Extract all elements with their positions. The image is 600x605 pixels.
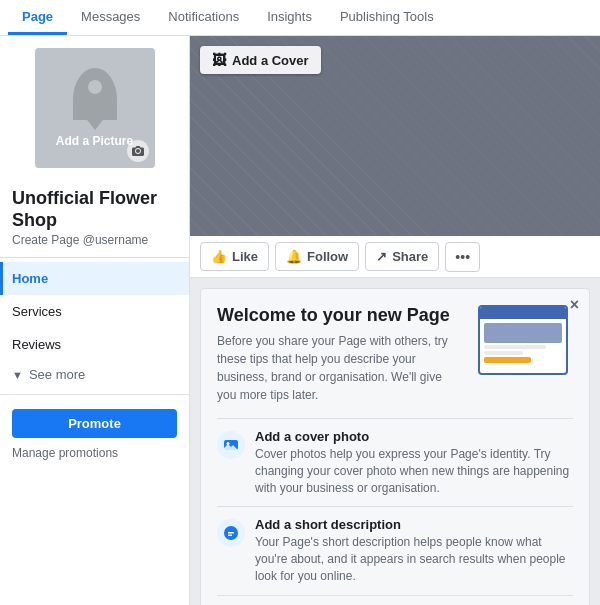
mini-browser-content [480,319,566,367]
welcome-inner: Welcome to your new Page Before you shar… [217,305,573,418]
checklist-item-desc-text: Add a short description Your Page's shor… [255,517,573,584]
thumbs-up-icon: 👍 [211,249,227,264]
main-content: 🖼 Add a Cover 👍 Like 🔔 Follow ↗ Share ••… [190,36,600,605]
follow-button[interactable]: 🔔 Follow [275,242,359,271]
mini-browser-line-2 [484,351,523,355]
description-icon [217,519,245,547]
sidebar-item-services[interactable]: Services [0,295,189,328]
checklist-item-cover-desc: Cover photos help you express your Page'… [255,446,573,496]
mini-browser-line-1 [484,345,546,349]
tab-notifications[interactable]: Notifications [154,1,253,35]
mini-browser-cover [484,323,562,343]
sidebar-divider-2 [0,394,189,395]
page-username[interactable]: Create Page @username [0,233,189,257]
checklist-item-username: @ Create a username for your Page When y… [217,595,573,605]
sidebar: Add a Picture Unofficial Flower Shop Cre… [0,36,190,605]
welcome-panel: × Welcome to your new Page Before you sh… [200,288,590,605]
like-label: Like [232,249,258,264]
sidebar-item-reviews[interactable]: Reviews [0,328,189,361]
sidebar-item-home[interactable]: Home [0,262,189,295]
profile-pic-box[interactable]: Add a Picture [35,48,155,168]
see-more-item[interactable]: ▼ See more [0,361,189,388]
manage-promotions-link[interactable]: Manage promotions [0,442,189,464]
add-picture-label: Add a Picture [56,134,133,148]
share-button[interactable]: ↗ Share [365,242,439,271]
profile-pic-area: Add a Picture [0,36,189,180]
checklist-item-desc-title: Add a short description [255,517,573,532]
promote-button[interactable]: Promote [12,409,177,438]
top-nav: Page Messages Notifications Insights Pub… [0,0,600,36]
welcome-illustration [473,305,573,418]
page-name: Unofficial Flower Shop [0,180,189,233]
welcome-desc: Before you share your Page with others, … [217,332,461,404]
welcome-title: Welcome to your new Page [217,305,461,326]
cover-area: 🖼 Add a Cover [190,36,600,236]
chevron-down-icon: ▼ [12,369,23,381]
action-bar: 👍 Like 🔔 Follow ↗ Share ••• [190,236,600,278]
checklist-item-desc-body: Your Page's short description helps peop… [255,534,573,584]
mini-browser-line-highlight [484,357,531,363]
follow-label: Follow [307,249,348,264]
share-label: Share [392,249,428,264]
bell-icon: 🔔 [286,249,302,264]
camera-icon [127,140,149,162]
cover-photo-icon [217,431,245,459]
see-more-label: See more [29,367,85,382]
tab-insights[interactable]: Insights [253,1,326,35]
checklist-item-description: Add a short description Your Page's shor… [217,506,573,594]
sidebar-divider [0,257,189,258]
checklist-item-cover-title: Add a cover photo [255,429,573,444]
tab-page[interactable]: Page [8,1,67,35]
mini-browser-bar [480,307,566,319]
like-button[interactable]: 👍 Like [200,242,269,271]
checklist-item-cover: Add a cover photo Cover photos help you … [217,418,573,506]
tab-messages[interactable]: Messages [67,1,154,35]
share-icon: ↗ [376,249,387,264]
add-cover-button[interactable]: 🖼 Add a Cover [200,46,321,74]
tab-publishing-tools[interactable]: Publishing Tools [326,1,448,35]
svg-rect-3 [228,532,234,534]
add-cover-label: Add a Cover [232,53,309,68]
page-layout: Add a Picture Unofficial Flower Shop Cre… [0,36,600,605]
welcome-panel-close-button[interactable]: × [570,297,579,313]
checklist-item-cover-text: Add a cover photo Cover photos help you … [255,429,573,496]
more-button[interactable]: ••• [445,242,480,272]
welcome-text-area: Welcome to your new Page Before you shar… [217,305,461,418]
mini-browser-graphic [478,305,568,375]
svg-rect-4 [228,535,232,537]
image-icon: 🖼 [212,52,226,68]
